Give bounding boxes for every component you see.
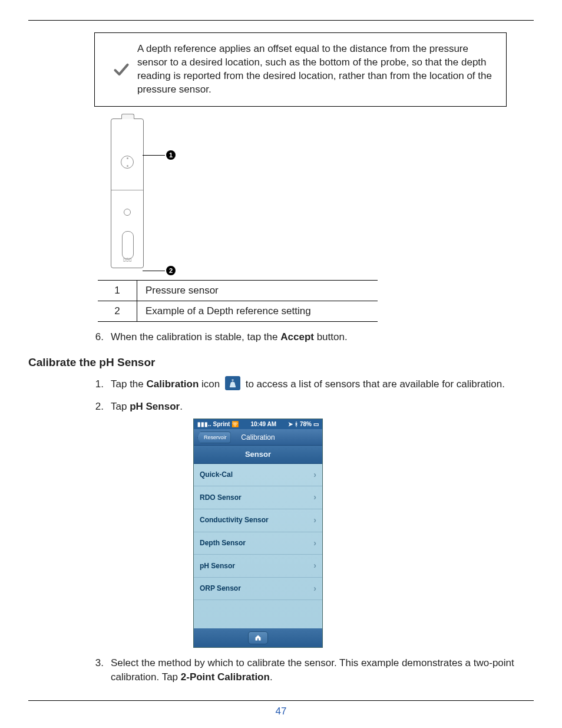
location-icon: ➤: [288, 420, 293, 429]
list-item: 2. Tap pH Sensor. ▮▮▮.. Sprint 🛜 10:49 A…: [86, 400, 534, 648]
section-heading: Calibrate the pH Sensor: [28, 356, 534, 369]
ph-steps-list: 1. Tap the Calibration icon to access a …: [86, 377, 534, 684]
depth-reference-callout: A depth reference applies an offset equa…: [94, 32, 507, 107]
key-number: 1: [98, 280, 137, 301]
callout-text: A depth reference applies an offset equa…: [137, 42, 495, 97]
status-time: 10:49 AM: [250, 420, 276, 429]
home-icon: [254, 634, 262, 641]
sensor-item-orp[interactable]: ORP Sensor›: [194, 578, 322, 601]
continued-steps-list: 6. When the calibration is stable, tap t…: [86, 330, 534, 344]
chevron-right-icon: ›: [313, 560, 316, 572]
phone-title: Calibration: [241, 433, 275, 442]
key-desc: Pressure sensor: [137, 280, 378, 301]
list-item: 1. Tap the Calibration icon to access a …: [86, 377, 534, 392]
wifi-icon: 🛜: [232, 420, 239, 429]
bluetooth-icon: ᚼ: [295, 420, 298, 429]
phone-screenshot: ▮▮▮.. Sprint 🛜 10:49 AM ➤ ᚼ 78% ▭ Reserv…: [193, 419, 323, 648]
page-number: 47: [28, 706, 534, 717]
key-desc: Example of a Depth reference setting: [137, 301, 378, 321]
phone-toolbar: [194, 628, 322, 647]
chevron-right-icon: ›: [313, 492, 316, 503]
top-rule: [28, 20, 534, 21]
chevron-right-icon: ›: [313, 515, 316, 526]
sensor-item-conductivity[interactable]: Conductivity Sensor›: [194, 509, 322, 532]
callout-number-1: 1: [166, 150, 176, 160]
list-item: 6. When the calibration is stable, tap t…: [86, 330, 534, 344]
phone-status-bar: ▮▮▮.. Sprint 🛜 10:49 AM ➤ ᚼ 78% ▭: [194, 419, 322, 429]
sensor-item-rdo[interactable]: RDO Sensor›: [194, 486, 322, 509]
back-button[interactable]: Reservoir: [197, 431, 231, 444]
key-number: 2: [98, 301, 137, 321]
calibration-icon: [225, 376, 240, 390]
sensor-item-depth[interactable]: Depth Sensor›: [194, 532, 322, 555]
home-button[interactable]: [248, 631, 268, 644]
chevron-right-icon: ›: [313, 538, 316, 549]
chevron-right-icon: ›: [313, 583, 316, 595]
sensor-tab[interactable]: Sensor: [194, 446, 322, 464]
chevron-right-icon: ›: [313, 469, 316, 481]
battery-icon: ▭: [313, 420, 319, 429]
list-item: 3. Select the method by which to calibra…: [86, 656, 534, 684]
signal-icon: ▮▮▮..: [197, 420, 211, 429]
checkmark-icon: [105, 61, 137, 78]
phone-title-bar: Reservoir Calibration: [194, 429, 322, 446]
sensor-item-ph[interactable]: pH Sensor›: [194, 555, 322, 578]
callout-number-2: 2: [166, 266, 176, 275]
table-row: 2 Example of a Depth reference setting: [98, 301, 378, 321]
probe-diagram: ▯▯▯ 1 2: [98, 113, 198, 278]
sensor-list: Quick-Cal› RDO Sensor› Conductivity Sens…: [194, 464, 322, 601]
bottom-rule: [28, 700, 534, 701]
diagram-key-table: 1 Pressure sensor 2 Example of a Depth r…: [98, 280, 378, 322]
sensor-item-quick-cal[interactable]: Quick-Cal›: [194, 464, 322, 487]
table-row: 1 Pressure sensor: [98, 280, 378, 301]
